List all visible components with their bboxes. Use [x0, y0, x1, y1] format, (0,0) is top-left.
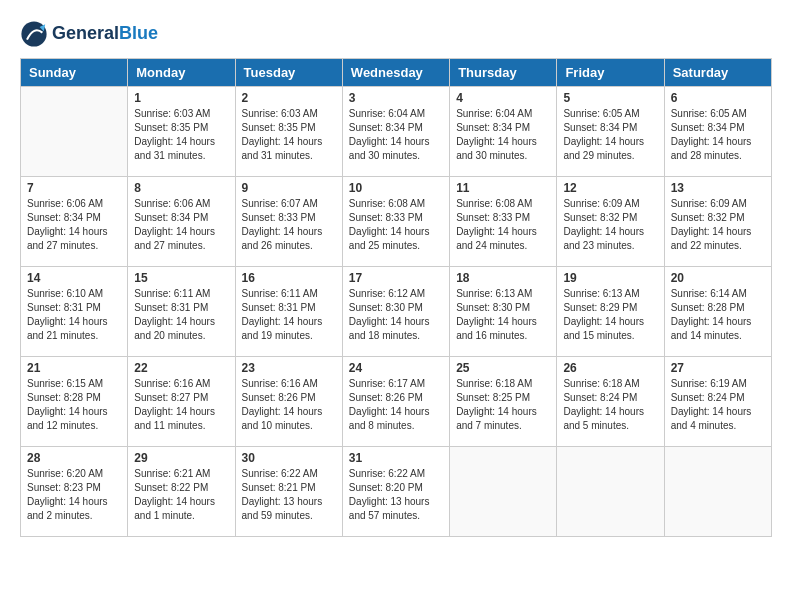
calendar-cell: 8 Sunrise: 6:06 AM Sunset: 8:34 PM Dayli…: [128, 177, 235, 267]
day-info: Sunrise: 6:09 AM Sunset: 8:32 PM Dayligh…: [563, 197, 657, 253]
day-info: Sunrise: 6:18 AM Sunset: 8:25 PM Dayligh…: [456, 377, 550, 433]
calendar-cell: 4 Sunrise: 6:04 AM Sunset: 8:34 PM Dayli…: [450, 87, 557, 177]
calendar-cell: 1 Sunrise: 6:03 AM Sunset: 8:35 PM Dayli…: [128, 87, 235, 177]
day-info: Sunrise: 6:13 AM Sunset: 8:29 PM Dayligh…: [563, 287, 657, 343]
day-number: 30: [242, 451, 336, 465]
calendar-cell: 3 Sunrise: 6:04 AM Sunset: 8:34 PM Dayli…: [342, 87, 449, 177]
day-info: Sunrise: 6:13 AM Sunset: 8:30 PM Dayligh…: [456, 287, 550, 343]
calendar-cell: 26 Sunrise: 6:18 AM Sunset: 8:24 PM Dayl…: [557, 357, 664, 447]
day-number: 6: [671, 91, 765, 105]
day-number: 4: [456, 91, 550, 105]
calendar-cell: 10 Sunrise: 6:08 AM Sunset: 8:33 PM Dayl…: [342, 177, 449, 267]
calendar-cell: 14 Sunrise: 6:10 AM Sunset: 8:31 PM Dayl…: [21, 267, 128, 357]
day-number: 12: [563, 181, 657, 195]
weekday-header: Tuesday: [235, 59, 342, 87]
day-number: 15: [134, 271, 228, 285]
calendar-cell: 19 Sunrise: 6:13 AM Sunset: 8:29 PM Dayl…: [557, 267, 664, 357]
calendar-cell: [21, 87, 128, 177]
day-number: 17: [349, 271, 443, 285]
calendar-cell: 2 Sunrise: 6:03 AM Sunset: 8:35 PM Dayli…: [235, 87, 342, 177]
day-info: Sunrise: 6:06 AM Sunset: 8:34 PM Dayligh…: [134, 197, 228, 253]
day-number: 2: [242, 91, 336, 105]
day-info: Sunrise: 6:15 AM Sunset: 8:28 PM Dayligh…: [27, 377, 121, 433]
calendar-week-row: 28 Sunrise: 6:20 AM Sunset: 8:23 PM Dayl…: [21, 447, 772, 537]
weekday-header: Friday: [557, 59, 664, 87]
day-info: Sunrise: 6:04 AM Sunset: 8:34 PM Dayligh…: [349, 107, 443, 163]
day-number: 1: [134, 91, 228, 105]
calendar-cell: 17 Sunrise: 6:12 AM Sunset: 8:30 PM Dayl…: [342, 267, 449, 357]
day-number: 10: [349, 181, 443, 195]
weekday-header: Wednesday: [342, 59, 449, 87]
day-number: 14: [27, 271, 121, 285]
weekday-header: Sunday: [21, 59, 128, 87]
day-info: Sunrise: 6:22 AM Sunset: 8:20 PM Dayligh…: [349, 467, 443, 523]
day-info: Sunrise: 6:10 AM Sunset: 8:31 PM Dayligh…: [27, 287, 121, 343]
day-number: 19: [563, 271, 657, 285]
calendar-week-row: 21 Sunrise: 6:15 AM Sunset: 8:28 PM Dayl…: [21, 357, 772, 447]
day-number: 16: [242, 271, 336, 285]
day-info: Sunrise: 6:08 AM Sunset: 8:33 PM Dayligh…: [456, 197, 550, 253]
day-number: 25: [456, 361, 550, 375]
day-number: 31: [349, 451, 443, 465]
day-info: Sunrise: 6:21 AM Sunset: 8:22 PM Dayligh…: [134, 467, 228, 523]
day-number: 27: [671, 361, 765, 375]
day-info: Sunrise: 6:07 AM Sunset: 8:33 PM Dayligh…: [242, 197, 336, 253]
calendar-cell: 27 Sunrise: 6:19 AM Sunset: 8:24 PM Dayl…: [664, 357, 771, 447]
calendar-cell: 29 Sunrise: 6:21 AM Sunset: 8:22 PM Dayl…: [128, 447, 235, 537]
day-number: 24: [349, 361, 443, 375]
day-info: Sunrise: 6:08 AM Sunset: 8:33 PM Dayligh…: [349, 197, 443, 253]
day-info: Sunrise: 6:12 AM Sunset: 8:30 PM Dayligh…: [349, 287, 443, 343]
calendar-cell: 24 Sunrise: 6:17 AM Sunset: 8:26 PM Dayl…: [342, 357, 449, 447]
day-info: Sunrise: 6:17 AM Sunset: 8:26 PM Dayligh…: [349, 377, 443, 433]
calendar-cell: 6 Sunrise: 6:05 AM Sunset: 8:34 PM Dayli…: [664, 87, 771, 177]
calendar-cell: 31 Sunrise: 6:22 AM Sunset: 8:20 PM Dayl…: [342, 447, 449, 537]
day-info: Sunrise: 6:09 AM Sunset: 8:32 PM Dayligh…: [671, 197, 765, 253]
calendar-table: SundayMondayTuesdayWednesdayThursdayFrid…: [20, 58, 772, 537]
calendar-cell: 30 Sunrise: 6:22 AM Sunset: 8:21 PM Dayl…: [235, 447, 342, 537]
page-header: GeneralBlue: [20, 20, 772, 48]
calendar-cell: 7 Sunrise: 6:06 AM Sunset: 8:34 PM Dayli…: [21, 177, 128, 267]
day-info: Sunrise: 6:05 AM Sunset: 8:34 PM Dayligh…: [671, 107, 765, 163]
day-info: Sunrise: 6:05 AM Sunset: 8:34 PM Dayligh…: [563, 107, 657, 163]
day-info: Sunrise: 6:18 AM Sunset: 8:24 PM Dayligh…: [563, 377, 657, 433]
calendar-cell: 13 Sunrise: 6:09 AM Sunset: 8:32 PM Dayl…: [664, 177, 771, 267]
day-info: Sunrise: 6:11 AM Sunset: 8:31 PM Dayligh…: [134, 287, 228, 343]
logo-text: GeneralBlue: [52, 24, 158, 44]
day-number: 5: [563, 91, 657, 105]
calendar-cell: 12 Sunrise: 6:09 AM Sunset: 8:32 PM Dayl…: [557, 177, 664, 267]
day-info: Sunrise: 6:19 AM Sunset: 8:24 PM Dayligh…: [671, 377, 765, 433]
day-number: 7: [27, 181, 121, 195]
calendar-cell: 11 Sunrise: 6:08 AM Sunset: 8:33 PM Dayl…: [450, 177, 557, 267]
calendar-body: 1 Sunrise: 6:03 AM Sunset: 8:35 PM Dayli…: [21, 87, 772, 537]
calendar-cell: 21 Sunrise: 6:15 AM Sunset: 8:28 PM Dayl…: [21, 357, 128, 447]
day-info: Sunrise: 6:20 AM Sunset: 8:23 PM Dayligh…: [27, 467, 121, 523]
weekday-header: Saturday: [664, 59, 771, 87]
calendar-cell: [664, 447, 771, 537]
day-number: 3: [349, 91, 443, 105]
day-number: 13: [671, 181, 765, 195]
day-number: 29: [134, 451, 228, 465]
day-number: 21: [27, 361, 121, 375]
day-info: Sunrise: 6:11 AM Sunset: 8:31 PM Dayligh…: [242, 287, 336, 343]
calendar-cell: 28 Sunrise: 6:20 AM Sunset: 8:23 PM Dayl…: [21, 447, 128, 537]
day-info: Sunrise: 6:04 AM Sunset: 8:34 PM Dayligh…: [456, 107, 550, 163]
day-number: 26: [563, 361, 657, 375]
day-number: 28: [27, 451, 121, 465]
svg-point-0: [21, 21, 46, 46]
calendar-cell: 23 Sunrise: 6:16 AM Sunset: 8:26 PM Dayl…: [235, 357, 342, 447]
weekday-header: Thursday: [450, 59, 557, 87]
day-number: 8: [134, 181, 228, 195]
day-info: Sunrise: 6:16 AM Sunset: 8:26 PM Dayligh…: [242, 377, 336, 433]
calendar-cell: 15 Sunrise: 6:11 AM Sunset: 8:31 PM Dayl…: [128, 267, 235, 357]
day-number: 20: [671, 271, 765, 285]
calendar-cell: 25 Sunrise: 6:18 AM Sunset: 8:25 PM Dayl…: [450, 357, 557, 447]
day-number: 23: [242, 361, 336, 375]
logo: GeneralBlue: [20, 20, 158, 48]
calendar-header: SundayMondayTuesdayWednesdayThursdayFrid…: [21, 59, 772, 87]
day-number: 11: [456, 181, 550, 195]
calendar-cell: [557, 447, 664, 537]
day-info: Sunrise: 6:16 AM Sunset: 8:27 PM Dayligh…: [134, 377, 228, 433]
calendar-cell: 18 Sunrise: 6:13 AM Sunset: 8:30 PM Dayl…: [450, 267, 557, 357]
day-info: Sunrise: 6:06 AM Sunset: 8:34 PM Dayligh…: [27, 197, 121, 253]
weekday-header: Monday: [128, 59, 235, 87]
